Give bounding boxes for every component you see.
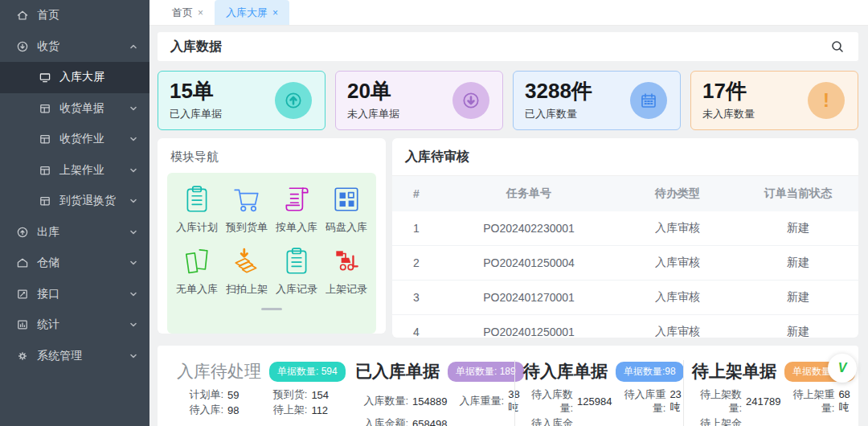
main-area: 首页 × 入库大屏 × 入库数据 15单 已入库单据 — [149, 0, 868, 426]
chevron-down-icon — [129, 258, 138, 268]
calendar-icon — [630, 82, 667, 119]
carousel-indicator[interactable] — [261, 308, 282, 310]
sidebar-item-statistics[interactable]: 统计 — [0, 309, 149, 341]
module-nav-panel: 模块导航 入库计划 预到货单 — [158, 138, 386, 334]
forklift-icon — [331, 246, 362, 276]
sidebar-item-arrival-returns[interactable]: 到货退换货 — [0, 186, 149, 217]
sidebar-item-label: 收货作业 — [59, 132, 129, 146]
tab-label: 入库大屏 — [226, 6, 268, 20]
stat-cards-row: 15单 已入库单据 20单 未入库单据 3288件 已入库数量 — [158, 71, 858, 130]
exclamation-icon: ! — [808, 82, 845, 119]
module-nav-title: 模块导航 — [167, 146, 376, 173]
close-icon[interactable]: × — [198, 7, 203, 18]
col-index: # — [392, 187, 440, 200]
close-icon[interactable]: × — [272, 7, 278, 18]
v-logo-icon: V — [838, 361, 847, 375]
doc-count-badge: 单据数量: 594 — [269, 362, 346, 382]
float-widget-button[interactable]: V — [828, 354, 857, 383]
summary-section-inbound-done: 已入库单据 单据数量: 189 入库数量:154889 入库重量:38吨 入库金… — [347, 360, 514, 426]
doc-count-badge: 单据数量:98 — [616, 362, 684, 382]
doc-icon — [39, 102, 51, 115]
section-title: 待入库单据 — [523, 360, 608, 383]
sidebar-item-label: 收货单据 — [59, 101, 129, 116]
module-scan-putaway[interactable]: 扫拍上架 — [222, 246, 272, 297]
module-inbound-plan[interactable]: 入库计划 — [172, 184, 222, 235]
chevron-up-icon — [129, 42, 138, 51]
section-title: 已入库单据 — [355, 360, 440, 383]
sidebar-item-receiving-jobs[interactable]: 收货作业 — [0, 124, 149, 155]
review-table: # 任务单号 待办类型 订单当前状态 1 PO202402230001 入库审核… — [392, 176, 858, 338]
sidebar-item-label: 入库大屏 — [59, 70, 138, 84]
pallet-down-icon — [231, 246, 262, 276]
table-row[interactable]: 1 PO202402230001 入库审核 新建 — [392, 211, 858, 246]
grid-squares-icon — [331, 184, 362, 215]
sidebar-item-receiving-docs[interactable]: 收货单据 — [0, 93, 149, 125]
table-row[interactable]: 4 PO202401250001 入库审核 新建 — [392, 315, 858, 338]
module-inbound-records[interactable]: 入库记录 — [272, 246, 321, 297]
chevron-down-icon — [129, 227, 138, 237]
module-pallet-inbound[interactable]: 码盘入库 — [321, 184, 371, 235]
sidebar-item-label: 仓储 — [37, 256, 129, 270]
col-order-status: 订单当前状态 — [738, 186, 858, 201]
module-nav-grid: 入库计划 预到货单 按单入库 — [167, 173, 376, 334]
summary-panel: 入库待处理 单据数量: 594 计划单:59 预到货:154 待入库:98 待上… — [158, 346, 858, 426]
stat-card-inbound-done-qty: 3288件 已入库数量 — [513, 71, 681, 130]
sidebar: 首页 收货 入库大屏 收货单据 收货作业 上架作业 到货退换货 — [0, 0, 149, 426]
sidebar-item-label: 到货退换货 — [59, 194, 129, 208]
table-row[interactable]: 3 PO202401270001 入库审核 新建 — [392, 281, 858, 315]
section-title: 入库待处理 — [177, 360, 261, 383]
sidebar-item-inbound-dashboard[interactable]: 入库大屏 — [0, 62, 149, 93]
module-putaway-records[interactable]: 上架记录 — [321, 246, 371, 297]
sidebar-item-outbound[interactable]: 出库 — [0, 217, 149, 248]
sidebar-item-interface[interactable]: 接口 — [0, 279, 149, 310]
col-todo-type: 待办类型 — [617, 186, 738, 201]
tab-inbound-dashboard[interactable]: 入库大屏 × — [215, 0, 289, 25]
chevron-down-icon — [129, 104, 138, 113]
interface-icon — [16, 288, 29, 301]
clipboard-icon — [281, 246, 312, 276]
gear-icon — [16, 350, 29, 363]
search-icon[interactable] — [829, 39, 845, 55]
inbound-review-panel: 入库待审核 # 任务单号 待办类型 订单当前状态 1 PO20240223000… — [392, 138, 858, 338]
arrow-down-circle-icon — [452, 82, 489, 119]
sidebar-item-label: 接口 — [37, 287, 129, 301]
module-expected-arrival[interactable]: 预到货单 — [222, 184, 272, 235]
table-row[interactable]: 2 PO202401250004 入库审核 新建 — [392, 246, 858, 281]
review-panel-title: 入库待审核 — [392, 138, 858, 176]
sidebar-item-label: 上架作业 — [59, 163, 129, 178]
sidebar-item-label: 收货 — [37, 39, 129, 54]
chevron-down-icon — [129, 289, 138, 299]
tab-bar: 首页 × 入库大屏 × — [149, 0, 868, 26]
sidebar-item-storage[interactable]: 仓储 — [0, 248, 149, 279]
pages-icon — [182, 246, 212, 276]
stat-card-inbound-pending-qty: 17件 未入库数量 ! — [690, 71, 858, 130]
chevron-down-icon — [129, 320, 138, 330]
section-title: 待上架单据 — [692, 360, 776, 383]
tab-home[interactable]: 首页 × — [161, 0, 215, 25]
stat-card-inbound-done-docs: 15单 已入库单据 — [158, 71, 326, 130]
stats-icon — [16, 318, 29, 331]
chevron-down-icon — [129, 166, 138, 175]
clipboard-icon — [182, 184, 212, 215]
sidebar-item-label: 系统管理 — [37, 349, 129, 363]
screen-icon — [39, 71, 51, 84]
receive-icon — [16, 40, 29, 53]
sidebar-item-system-admin[interactable]: 系统管理 — [0, 341, 149, 372]
page-header: 入库数据 — [158, 32, 858, 61]
chevron-down-icon — [129, 351, 138, 361]
page-title: 入库数据 — [170, 39, 222, 55]
home-icon — [16, 9, 29, 22]
sidebar-item-label: 统计 — [37, 317, 129, 332]
module-inbound-by-order[interactable]: 按单入库 — [272, 184, 321, 235]
tab-label: 首页 — [172, 6, 193, 20]
sidebar-item-receiving[interactable]: 收货 — [0, 31, 149, 63]
chevron-down-icon — [129, 196, 138, 206]
doc-count-badge: 单据数量: 189 — [448, 362, 524, 382]
module-inbound-no-order[interactable]: 无单入库 — [172, 246, 222, 297]
sidebar-item-home[interactable]: 首页 — [0, 0, 149, 31]
doc-icon — [39, 195, 51, 207]
sidebar-item-label: 出库 — [37, 225, 129, 240]
sidebar-item-label: 首页 — [37, 8, 138, 23]
sidebar-item-putaway-jobs[interactable]: 上架作业 — [0, 155, 149, 186]
chevron-down-icon — [129, 134, 138, 144]
